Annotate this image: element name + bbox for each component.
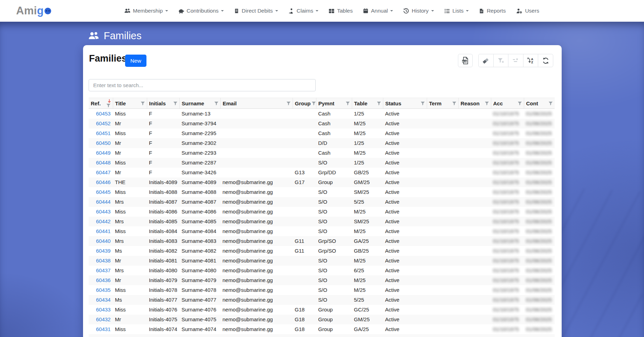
filter-icon[interactable] <box>377 101 381 106</box>
filter-icon[interactable] <box>420 101 425 106</box>
ref-link[interactable]: 60444 <box>96 199 111 205</box>
ref-link[interactable]: 60447 <box>96 169 111 175</box>
cell-ref: 60436 <box>89 275 113 285</box>
cell-reason <box>458 226 491 236</box>
sort-and-filter[interactable] <box>106 99 111 108</box>
cell-cont-redacted: 01/06/2025 <box>524 177 555 187</box>
ref-link[interactable]: 60452 <box>96 120 111 126</box>
column-header-email[interactable]: Email <box>220 98 293 109</box>
cell-title: Ms <box>113 295 147 305</box>
cell-initials: Initials-4088 <box>147 187 179 197</box>
filter-icon[interactable] <box>485 101 489 106</box>
nav-item-membership[interactable]: Membership <box>124 8 168 14</box>
users-gear-icon <box>516 8 522 14</box>
cell-initials: Initials-4081 <box>147 256 179 266</box>
cell-term <box>427 168 458 177</box>
ref-link[interactable]: 60433 <box>96 307 111 313</box>
nav-item-tables[interactable]: Tables <box>329 8 353 14</box>
nav-item-reports[interactable]: Reports <box>479 8 506 14</box>
cell-status: Active <box>383 246 427 256</box>
column-header-title[interactable]: Title <box>113 98 147 109</box>
cell-term <box>427 246 458 256</box>
ref-link[interactable]: 60445 <box>96 189 111 195</box>
nav-item-claims[interactable]: Claims <box>288 8 318 14</box>
filter-icon[interactable] <box>106 103 111 108</box>
calendar-icon <box>363 8 369 14</box>
ref-link[interactable]: 60434 <box>96 297 111 303</box>
cell-surname: Surname-4081 <box>179 256 220 266</box>
ref-link[interactable]: 60435 <box>96 287 111 293</box>
cell-acc-redacted: 01/10/1975 <box>491 109 524 119</box>
filter-icon[interactable] <box>214 101 219 106</box>
ref-link[interactable]: 60436 <box>96 277 111 283</box>
cell-table: GM/25 <box>352 177 383 187</box>
cell-status: Active <box>383 109 427 119</box>
nav-item-history[interactable]: History <box>403 8 434 14</box>
column-header-initials[interactable]: Initials <box>147 98 179 109</box>
cell-term <box>427 226 458 236</box>
column-header-cont[interactable]: Cont <box>524 98 555 109</box>
column-header-term[interactable]: Term <box>427 98 458 109</box>
nav-item-lists[interactable]: Lists <box>444 8 469 14</box>
redacted-value: 01/10/1975 <box>493 258 519 264</box>
ref-link[interactable]: 60432 <box>96 316 111 322</box>
ref-link[interactable]: 60448 <box>96 160 111 166</box>
cell-status: Active <box>383 148 427 158</box>
filter-icon[interactable] <box>518 101 522 106</box>
filter-icon[interactable] <box>452 101 457 106</box>
filter-icon[interactable] <box>345 101 350 106</box>
column-label: Ref. <box>91 100 101 106</box>
ref-link[interactable]: 60442 <box>96 218 111 224</box>
cell-cont-redacted: 01/06/2025 <box>524 128 555 138</box>
cell-table: SM/25 <box>352 187 383 197</box>
column-header-pymnt[interactable]: Pymnt <box>316 98 352 109</box>
column-header-reason[interactable]: Reason <box>458 98 491 109</box>
ref-link[interactable]: 60449 <box>96 150 111 156</box>
filter-icon[interactable] <box>286 101 291 106</box>
filter-icon[interactable] <box>173 101 178 106</box>
clear-cells-button[interactable] <box>478 54 494 67</box>
table-row: 60432MrInitials-4075Surname-4075nemo@sub… <box>89 315 555 324</box>
column-header-acc[interactable]: Acc <box>491 98 524 109</box>
clear-sorting-button[interactable]: AZ <box>523 54 539 67</box>
cell-cont-redacted: 01/06/2025 <box>524 217 555 226</box>
ref-link[interactable]: 60431 <box>96 326 111 332</box>
ref-link[interactable]: 60446 <box>96 179 111 185</box>
nav-item-contributions[interactable]: Contributions <box>178 8 224 14</box>
chevron-down-icon <box>221 10 224 13</box>
ref-link[interactable]: 60450 <box>96 140 111 146</box>
new-button[interactable]: New <box>125 55 146 67</box>
cell-term <box>427 266 458 275</box>
ref-link[interactable]: 60443 <box>96 209 111 215</box>
cell-status: Active <box>383 275 427 285</box>
cell-status: Active <box>383 119 427 128</box>
cell-initials: Initials-4080 <box>147 266 179 275</box>
ref-link[interactable]: 60441 <box>96 228 111 234</box>
ref-link[interactable]: 60437 <box>96 267 111 273</box>
column-header-surname[interactable]: Surname <box>179 98 220 109</box>
nav-item-annual[interactable]: Annual <box>363 8 393 14</box>
cell-group <box>293 109 316 119</box>
nav-item-users[interactable]: Users <box>516 8 539 14</box>
column-header-ref[interactable]: Ref. <box>89 98 113 109</box>
cell-title: Mr <box>113 275 147 285</box>
ref-link[interactable]: 60453 <box>96 111 111 117</box>
cell-ref: 60437 <box>89 266 113 275</box>
column-header-group[interactable]: Group <box>293 98 316 109</box>
brand-logo[interactable]: Amig <box>16 5 51 17</box>
filter-icon[interactable] <box>141 101 145 106</box>
ref-link[interactable]: 60440 <box>96 238 111 244</box>
column-header-table[interactable]: Table <box>352 98 383 109</box>
ref-link[interactable]: 60439 <box>96 248 111 254</box>
column-header-status[interactable]: Status <box>383 98 427 109</box>
ref-link[interactable]: 60438 <box>96 258 111 264</box>
filter-icon[interactable] <box>548 101 553 106</box>
search-input[interactable] <box>89 79 316 91</box>
refresh-button[interactable] <box>538 54 553 67</box>
ref-link[interactable]: 60451 <box>96 130 111 136</box>
cell-term <box>427 177 458 187</box>
nav-item-direct-debits[interactable]: Direct Debits <box>234 8 278 14</box>
filter-icon[interactable] <box>311 101 316 106</box>
export-xlsx-button[interactable]: XLSX <box>458 54 473 67</box>
table-row: 60444MrsInitials-4087Surname-4087nemo@su… <box>89 197 555 207</box>
